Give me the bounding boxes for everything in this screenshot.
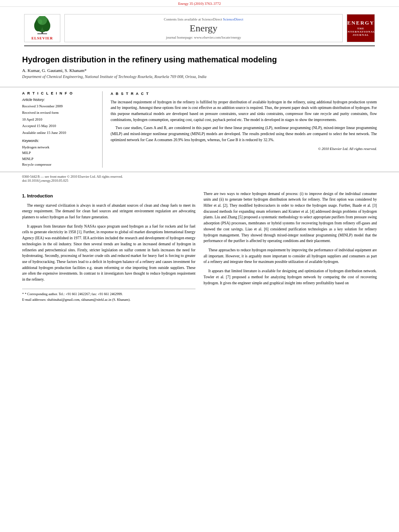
footnote-star-line: * * Corresponding author. Tel.: +91 661 … (22, 292, 195, 297)
journal-ref-text: Energy 35 (2010) 3763–3772 (178, 2, 221, 6)
body-col-right: There are two ways to reduce hydrogen de… (204, 191, 377, 303)
energy-logo-text: ENERGY (347, 20, 374, 26)
journal-reference-bar: Energy 35 (2010) 3763–3772 (0, 0, 399, 7)
issn-line: 0360-5442/$ — see front matter © 2010 El… (22, 175, 377, 179)
abstract-column: A B S T R A C T The increased requiremen… (103, 91, 377, 168)
article-info-abstract: A R T I C L E I N F O Article history: R… (0, 87, 399, 168)
keyword-recycle-compressor: Recycle compressor (22, 162, 94, 167)
article-header: Hydrogen distribution in the refinery us… (0, 46, 399, 87)
article-history-label: Article history: (22, 98, 94, 102)
doi-line: doi:10.1016/j.energy.2010.05.025 (22, 179, 377, 183)
sciencedirect-link[interactable]: ScienceDirect (223, 17, 243, 21)
elsevier-tree-icon (30, 16, 54, 35)
article-footer-info: 0360-5442/$ — see front matter © 2010 El… (0, 172, 399, 185)
journal-header: ELSEVIER Contents lists available at Sci… (24, 11, 375, 46)
keyword-milp: MILP (22, 150, 94, 156)
article-available: Available online 15 June 2010 (22, 130, 94, 136)
abstract-text-1: The increased requirement of hydrogen in… (111, 99, 377, 123)
footnote-email-line: E-mail addresses: shabinahai@gmail.com, … (22, 297, 195, 303)
intro-para-1: The energy starved civilization is alway… (22, 203, 195, 220)
journal-title-banner: Energy (190, 23, 218, 34)
keyword-hydrogen-network: Hydrogen network (22, 144, 94, 150)
journal-homepage: journal homepage: www.elsevier.com/locat… (166, 35, 241, 39)
elsevier-logo: ELSEVIER (24, 14, 60, 42)
right-para-3: It appears that limited literature is av… (204, 268, 377, 286)
energy-logo-right: ENERGY THE INTERNATIONALJOURNAL (347, 14, 375, 42)
abstract-heading: A B S T R A C T (111, 91, 377, 97)
article-accepted: Accepted 15 May 2010 (22, 123, 94, 129)
sciencedirect-line: Contents lists available at ScienceDirec… (164, 17, 243, 21)
svg-rect-1 (37, 33, 47, 34)
svg-point-6 (38, 19, 42, 24)
section1-heading: 1. Introduction (22, 193, 195, 199)
article-revised-date: 10 April 2010 (22, 117, 94, 122)
article-received: Received 3 November 2009 (22, 103, 94, 109)
keyword-minlp: MINLP (22, 156, 94, 162)
right-para-1: There are two ways to reduce hydrogen de… (204, 191, 377, 244)
body-col-left: 1. Introduction The energy starved civil… (22, 191, 195, 303)
article-received-revised-label: Received in revised form (22, 110, 94, 115)
affiliation: Department of Chemical Engineering, Nati… (22, 74, 377, 79)
copyright-line: © 2010 Elsevier Ltd. All rights reserved… (111, 146, 377, 152)
article-info-heading: A R T I C L E I N F O (22, 91, 94, 95)
abstract-text-2: Two case studies, Cases A and B, are con… (111, 125, 377, 143)
footnote-section: * * Corresponding author. Tel.: +91 661 … (22, 289, 195, 302)
keywords-label: Keywords: (22, 139, 94, 143)
journal-center-info: Contents lists available at ScienceDirec… (64, 14, 343, 42)
page: Energy 35 (2010) 3763–3772 (0, 0, 399, 532)
energy-logo-subtitle: THE INTERNATIONALJOURNAL (346, 27, 375, 37)
intro-para-2: It appears from literature that firstly … (22, 224, 195, 283)
footnote-corresponding-author: * Corresponding author. Tel.: +91 661 24… (25, 292, 123, 296)
authors: A. Kumar, G. Gautami, S. Khanam* (22, 68, 377, 73)
article-title: Hydrogen distribution in the refinery us… (22, 54, 377, 65)
elsevier-brand-text: ELSEVIER (31, 36, 53, 40)
main-content: 1. Introduction The energy starved civil… (0, 185, 399, 309)
right-para-2: These approaches to reduce hydrogen requ… (204, 247, 377, 265)
article-info-column: A R T I C L E I N F O Article history: R… (22, 91, 103, 168)
